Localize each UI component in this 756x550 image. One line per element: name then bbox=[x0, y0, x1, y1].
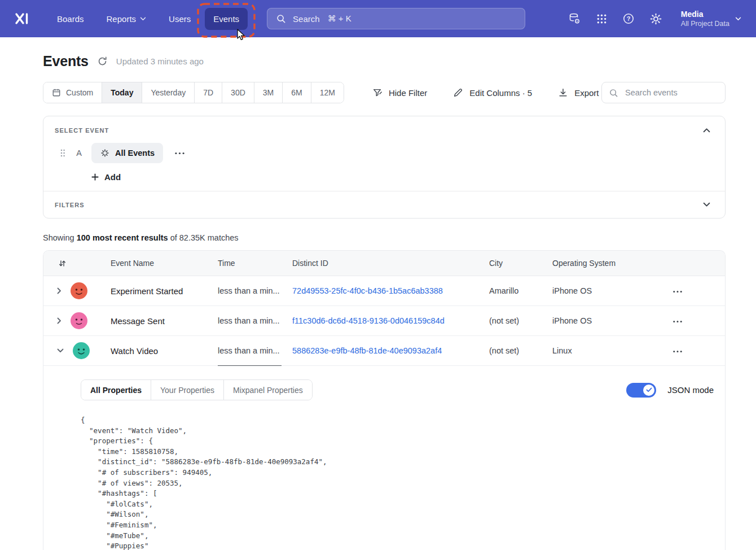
tab-mixpanel-properties[interactable]: Mixpanel Properties bbox=[224, 380, 312, 400]
tab-all-properties[interactable]: All Properties bbox=[81, 380, 151, 400]
project-subtitle: All Project Data bbox=[681, 19, 729, 28]
nav-item-events[interactable]: Events bbox=[205, 8, 248, 30]
global-search-input[interactable]: Search ⌘ + K bbox=[267, 8, 525, 29]
collapse-chevron-down-icon[interactable] bbox=[56, 347, 65, 354]
settings-gear-icon[interactable] bbox=[650, 13, 662, 25]
svg-text:?: ? bbox=[626, 15, 630, 22]
range-12m-label: 12M bbox=[320, 88, 335, 97]
filters-label: FILTERS bbox=[55, 202, 85, 208]
row-more-icon[interactable] bbox=[670, 347, 685, 356]
event-name: Experiment Started bbox=[111, 286, 218, 296]
col-header-os[interactable]: Operating System bbox=[552, 259, 670, 268]
download-icon bbox=[558, 88, 568, 98]
edit-columns-button[interactable]: Edit Columns · 5 bbox=[453, 88, 532, 98]
mouse-cursor-icon bbox=[234, 28, 247, 42]
results-summary: Showing 100 most recent results of 82.35… bbox=[43, 233, 726, 242]
event-chip-label: All Events bbox=[115, 149, 155, 158]
range-6m-button[interactable]: 6M bbox=[283, 82, 311, 103]
export-button[interactable]: Export bbox=[558, 88, 599, 98]
table-header-row: Event Name Time Distinct ID City Operati… bbox=[43, 251, 725, 276]
table-row[interactable]: Message Sent less than a min... f11c30d6… bbox=[43, 306, 725, 336]
mixpanel-logo-icon[interactable] bbox=[14, 11, 29, 27]
page-title: Events bbox=[43, 53, 89, 69]
nav-item-users[interactable]: Users bbox=[160, 8, 199, 30]
range-today-button[interactable]: Today bbox=[102, 82, 142, 103]
project-switcher[interactable]: Media All Project Data bbox=[681, 10, 741, 28]
refresh-icon[interactable] bbox=[97, 56, 108, 67]
toolbar: Custom Today Yesterday 7D 30D 3M 6M 12M bbox=[43, 82, 726, 103]
events-search-input[interactable] bbox=[624, 88, 718, 98]
range-3m-button[interactable]: 3M bbox=[254, 82, 283, 103]
range-yesterday-label: Yesterday bbox=[151, 88, 186, 97]
drag-handle-icon[interactable] bbox=[59, 147, 67, 159]
table-row[interactable]: Experiment Started less than a min... 72… bbox=[43, 276, 725, 306]
row-more-icon[interactable] bbox=[670, 317, 685, 326]
event-city: Amarillo bbox=[489, 286, 552, 295]
help-icon[interactable]: ? bbox=[623, 13, 634, 24]
nav-item-boards[interactable]: Boards bbox=[49, 8, 93, 30]
event-time: less than a min... bbox=[218, 316, 280, 325]
add-label: Add bbox=[104, 172, 121, 182]
all-events-icon bbox=[100, 148, 110, 158]
col-header-event-name[interactable]: Event Name bbox=[111, 259, 218, 268]
range-yesterday-button[interactable]: Yesterday bbox=[142, 82, 195, 103]
filters-section-toggle[interactable]: FILTERS bbox=[43, 191, 725, 218]
event-detail-panel: All Properties Your Properties Mixpanel … bbox=[43, 366, 725, 550]
tab-your-properties[interactable]: Your Properties bbox=[151, 380, 224, 400]
event-time: less than a min... bbox=[218, 286, 280, 295]
json-mode-label: JSON mode bbox=[667, 385, 714, 395]
row-more-icon[interactable] bbox=[670, 287, 685, 296]
distinct-id-link[interactable]: f11c30d6-dc6d-4518-9136-0d046159c84d bbox=[292, 316, 445, 325]
hide-filter-button[interactable]: Hide Filter bbox=[372, 88, 427, 98]
nav-boards-label: Boards bbox=[57, 14, 84, 24]
col-header-distinct-id[interactable]: Distinct ID bbox=[292, 259, 489, 268]
nav-item-reports[interactable]: Reports bbox=[98, 8, 155, 30]
tab-your-properties-label: Your Properties bbox=[160, 386, 214, 395]
col-header-city[interactable]: City bbox=[489, 259, 552, 268]
data-management-icon[interactable] bbox=[568, 12, 581, 25]
event-city: (not set) bbox=[489, 316, 552, 325]
sort-order-icon[interactable] bbox=[43, 259, 111, 268]
properties-tabs: All Properties Your Properties Mixpanel … bbox=[81, 379, 313, 400]
search-placeholder: Search bbox=[293, 14, 320, 24]
expand-chevron-down-icon bbox=[701, 200, 713, 209]
col-header-time[interactable]: Time bbox=[218, 259, 292, 268]
range-12m-button[interactable]: 12M bbox=[311, 82, 344, 103]
collapse-chevron-up-icon[interactable] bbox=[701, 125, 713, 135]
expand-chevron-right-icon[interactable] bbox=[56, 316, 63, 325]
step-letter: A bbox=[75, 149, 83, 158]
range-6m-label: 6M bbox=[291, 88, 302, 97]
events-search-box bbox=[601, 82, 726, 103]
event-selector-chip[interactable]: All Events bbox=[91, 143, 163, 163]
add-event-button[interactable]: Add bbox=[91, 172, 121, 182]
query-builder-card: SELECT EVENT A bbox=[43, 116, 726, 219]
distinct-id-link[interactable]: 5886283e-e9fb-48fb-81de-40e9093a2af4 bbox=[292, 346, 442, 355]
summary-suffix: of 82.35K matches bbox=[168, 233, 239, 242]
export-label: Export bbox=[574, 88, 599, 98]
event-os: Linux bbox=[552, 346, 670, 355]
distinct-id-link[interactable]: 72d49553-25fc-4f0c-b436-1b5ac6ab3388 bbox=[292, 286, 443, 295]
event-name: Watch Video bbox=[111, 346, 218, 356]
summary-prefix: Showing bbox=[43, 233, 77, 242]
tab-all-properties-label: All Properties bbox=[90, 386, 142, 395]
apps-grid-icon[interactable] bbox=[596, 14, 607, 24]
select-event-label: SELECT EVENT bbox=[55, 127, 109, 134]
calendar-icon bbox=[52, 88, 61, 97]
event-os: iPhone OS bbox=[552, 286, 670, 295]
tab-mixpanel-properties-label: Mixpanel Properties bbox=[233, 386, 303, 395]
event-json-content: { "event": "Watch Video", "properties": … bbox=[81, 415, 714, 550]
range-custom-button[interactable]: Custom bbox=[43, 82, 102, 103]
top-navbar: Boards Reports Users Events Searc bbox=[0, 0, 756, 37]
range-30d-button[interactable]: 30D bbox=[222, 82, 254, 103]
range-7d-button[interactable]: 7D bbox=[195, 82, 222, 103]
json-mode-toggle[interactable] bbox=[626, 383, 656, 398]
table-row[interactable]: Watch Video less than a min... 5886283e-… bbox=[43, 336, 725, 366]
toggle-knob bbox=[643, 385, 654, 396]
search-icon bbox=[276, 14, 286, 24]
range-custom-label: Custom bbox=[66, 88, 93, 97]
expand-chevron-right-icon[interactable] bbox=[56, 286, 63, 295]
range-7d-label: 7D bbox=[203, 88, 213, 97]
event-more-icon[interactable] bbox=[172, 149, 188, 158]
event-name: Message Sent bbox=[111, 316, 218, 326]
event-os: iPhone OS bbox=[552, 316, 670, 325]
